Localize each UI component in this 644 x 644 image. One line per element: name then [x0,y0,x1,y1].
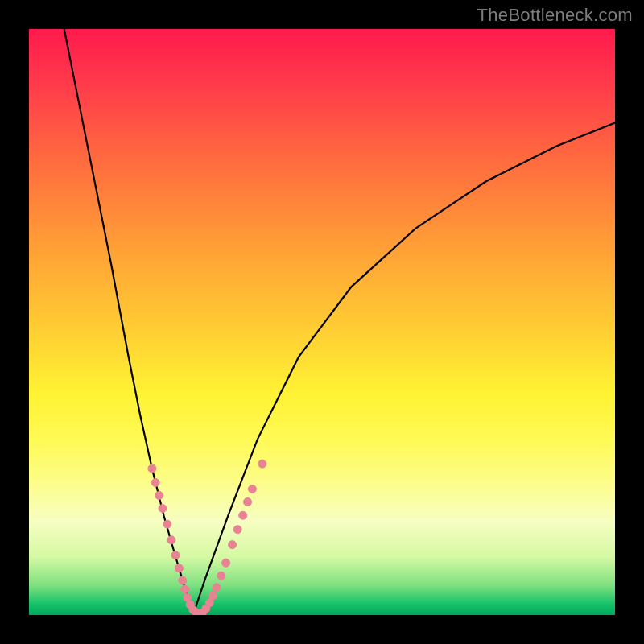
data-marker [244,497,252,506]
data-marker [233,526,242,534]
data-marker [155,491,163,499]
data-marker [159,505,167,513]
data-marker [151,478,159,486]
chart-frame: TheBottleneck.com [0,0,644,644]
data-marker [148,464,156,473]
curve-left-branch [64,29,193,615]
data-marker [163,520,171,528]
plot-area [29,29,615,615]
data-marker [181,585,189,593]
data-marker [217,572,225,580]
data-marker [248,485,256,493]
data-marker [258,460,266,468]
curve-right-branch [193,122,615,615]
data-marker [229,541,237,549]
data-marker [179,576,187,584]
data-marker [171,551,180,559]
data-marker [239,511,247,519]
data-marker [213,584,221,592]
watermark-text: TheBottleneck.com [477,5,633,26]
data-marker [167,536,175,544]
data-marker [175,564,183,572]
data-marker [209,592,217,600]
curve-layer [29,29,615,615]
data-marker [222,559,230,567]
